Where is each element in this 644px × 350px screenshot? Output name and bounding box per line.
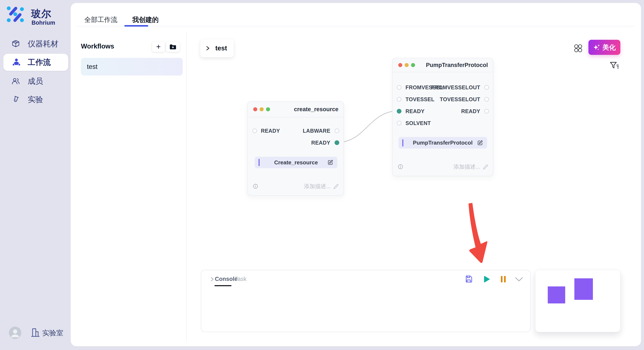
sidebar-item-experiments[interactable]: 实验	[0, 91, 71, 108]
console-panel: Console Task	[201, 270, 531, 332]
chevron-down-icon[interactable]	[514, 277, 524, 282]
console-tab-underline	[214, 285, 232, 286]
app-subtitle: Bohrium	[32, 19, 55, 26]
sidebar: 玻尔 Bohrium 仪器耗材	[0, 0, 71, 350]
sidebar-item-instruments[interactable]: 仪器耗材	[0, 35, 71, 52]
play-icon[interactable]	[482, 275, 491, 283]
minimap-node-pump-transfer	[574, 278, 593, 300]
sidebar-item-workflow-content[interactable]: 工作流	[0, 54, 71, 71]
sidebar-item-label: 实验	[28, 94, 43, 105]
members-icon	[12, 77, 20, 85]
pause-icon[interactable]	[500, 275, 507, 283]
experiment-icon	[12, 95, 20, 104]
workflow-icon	[12, 58, 21, 67]
tab-console[interactable]: Console	[215, 276, 238, 282]
minimap-panel[interactable]	[535, 270, 620, 332]
sidebar-item-label: 成员	[28, 76, 43, 87]
collapse-chevron-icon[interactable]	[210, 276, 215, 283]
bohrium-logo-icon	[6, 5, 24, 24]
sidebar-item-label: 工作流	[28, 57, 51, 68]
lab-label[interactable]: 实验室	[42, 328, 63, 338]
save-icon[interactable]	[465, 275, 473, 283]
box-icon	[12, 39, 20, 48]
tab-task[interactable]: Task	[235, 276, 246, 282]
app-title: 玻尔	[31, 7, 52, 20]
sidebar-item-members[interactable]: 成员	[0, 73, 71, 90]
avatar[interactable]	[9, 327, 21, 339]
app-root: 全部工作流 我创建的 Workflows + test test	[0, 0, 644, 350]
minimap-node-create-resource	[548, 286, 565, 303]
sidebar-item-label: 仪器耗材	[28, 39, 58, 49]
building-icon	[31, 327, 40, 338]
